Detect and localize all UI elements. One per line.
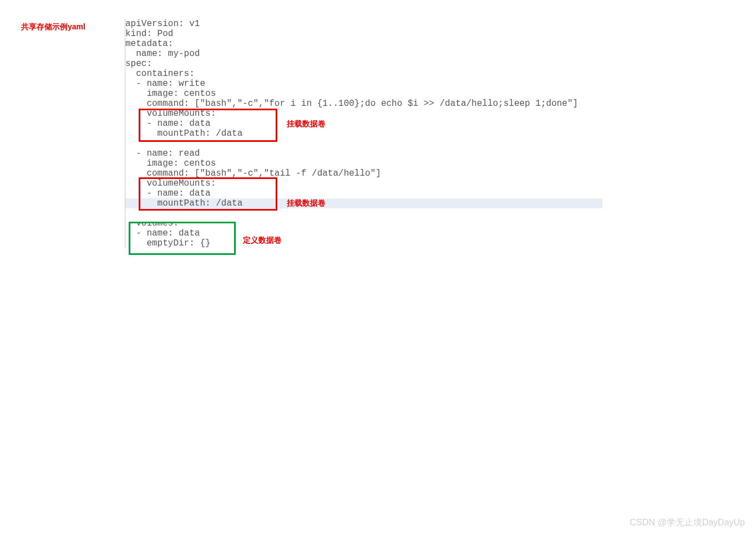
annotation-mount-2: 挂载数据卷 xyxy=(287,198,326,208)
annotation-define: 定义数据卷 xyxy=(243,236,282,246)
highlight-box-volumes xyxy=(129,222,236,255)
watermark: CSDN @学无止境DayDayUp xyxy=(630,517,745,529)
code-line: command: ["bash","-c","for i in {1..100}… xyxy=(125,99,602,109)
code-line: kind: Pod xyxy=(125,29,602,39)
code-line: - name: read xyxy=(125,149,602,158)
code-line: image: centos xyxy=(125,89,602,99)
annotation-mount-1: 挂载数据卷 xyxy=(287,119,326,129)
code-line: spec: xyxy=(125,59,602,69)
code-line: containers: xyxy=(125,69,602,79)
code-line: image: centos xyxy=(125,158,602,168)
spacer-band xyxy=(125,209,613,222)
code-line: - name: write xyxy=(125,79,602,89)
title-label: 共享存储示例yaml xyxy=(21,22,85,32)
code-line: name: my-pod xyxy=(125,49,602,59)
code-line: metadata: xyxy=(125,39,602,49)
highlight-box-volumemounts-2 xyxy=(139,177,277,211)
code-line: apiVersion: v1 xyxy=(125,19,602,29)
highlight-box-volumemounts-1 xyxy=(139,109,277,142)
